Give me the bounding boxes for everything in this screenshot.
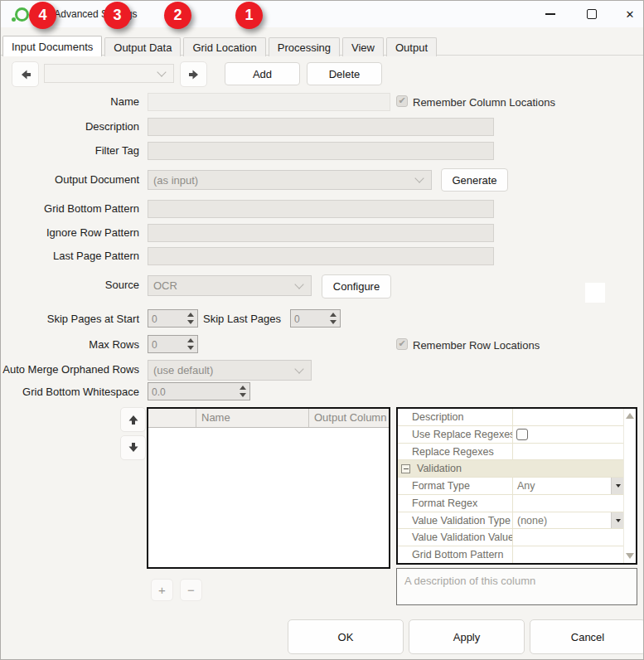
remember-column-locations-checkbox[interactable]: ✔	[396, 95, 408, 107]
description-value-cell[interactable]	[513, 409, 624, 425]
scroll-up-icon[interactable]	[626, 413, 634, 419]
ignore-row-pattern-input[interactable]	[148, 224, 494, 242]
auto-merge-orphaned-rows-combobox[interactable]: (use default)	[148, 360, 312, 381]
arrow-right-icon	[187, 68, 201, 81]
skip-last-pages-spinner[interactable]: 0	[290, 309, 341, 328]
value-validation-type-dropdown-button[interactable]	[611, 512, 624, 529]
grid-bottom-pattern-input[interactable]	[148, 200, 494, 218]
auto-merge-orphaned-rows-label: Auto Merge Orphaned Rows	[1, 363, 139, 376]
titlebar: Grid Advanced Settings ✕	[1, 1, 643, 27]
property-row-value-validation-type[interactable]: Value Validation Type (none)	[398, 512, 624, 530]
arrow-left-icon	[19, 68, 32, 81]
property-category-validation[interactable]: Validation	[398, 460, 624, 478]
property-row-format-type[interactable]: Format Type Any	[398, 478, 624, 495]
skip-last-pages-label: Skip Last Pages	[151, 313, 281, 325]
source-combobox[interactable]: OCR	[148, 275, 312, 296]
property-label: Description	[398, 409, 513, 425]
grid-bottom-whitespace-spinner[interactable]: 0.0	[148, 382, 250, 400]
apply-button[interactable]: Apply	[409, 619, 525, 654]
ok-button[interactable]: OK	[288, 619, 404, 654]
delete-button[interactable]: Delete	[307, 62, 382, 85]
chevron-down-icon	[294, 279, 303, 289]
close-button[interactable]: ✕	[611, 1, 644, 27]
spin-up-icon	[187, 338, 194, 342]
name-column-header[interactable]: Name	[196, 409, 309, 427]
arrow-up-icon	[127, 413, 140, 426]
output-document-combobox[interactable]: (as input)	[148, 170, 432, 190]
annotation-badge-3: 3	[104, 2, 131, 29]
property-row-value-validation-value[interactable]: Value Validation Value	[398, 529, 624, 546]
grid-bottom-pattern-cell[interactable]	[513, 546, 624, 563]
property-label: Value Validation Value	[398, 529, 513, 546]
name-label: Name	[1, 95, 139, 108]
description-input[interactable]	[148, 118, 494, 136]
property-label: Replace Regexes	[398, 444, 513, 460]
add-button[interactable]: Add	[225, 62, 300, 85]
row-selector-header	[148, 409, 196, 427]
dropdown-arrow-icon	[616, 519, 621, 522]
last-page-pattern-input[interactable]	[148, 247, 494, 265]
tab-grid-location[interactable]: Grid Location	[183, 37, 265, 56]
scroll-down-icon[interactable]	[626, 553, 634, 559]
property-grid-scrollbar[interactable]	[623, 409, 636, 563]
chevron-down-icon	[157, 67, 166, 76]
grid-bottom-pattern-label: Grid Bottom Pattern	[1, 202, 139, 215]
spinner-buttons[interactable]	[235, 383, 249, 400]
tab-processing[interactable]: Processing	[269, 37, 340, 56]
tab-view[interactable]: View	[342, 37, 384, 56]
property-label: Value Validation Type	[398, 512, 513, 529]
property-row-replace-regexes[interactable]: Replace Regexes	[398, 444, 624, 461]
next-item-button[interactable]	[180, 61, 207, 87]
skip-last-pages-value: 0	[291, 310, 326, 327]
value-validation-value-cell[interactable]	[513, 529, 624, 546]
output-column-header[interactable]: Output Column	[309, 409, 389, 427]
max-rows-label: Max Rows	[1, 338, 139, 351]
collapse-icon[interactable]	[401, 464, 410, 473]
use-replace-regexes-checkbox[interactable]	[516, 429, 528, 440]
move-column-up-button[interactable]	[120, 407, 146, 432]
annotation-badge-1: 1	[235, 2, 263, 29]
property-row-description[interactable]: Description	[398, 409, 624, 426]
spinner-buttons[interactable]	[326, 310, 340, 327]
format-regex-cell[interactable]	[513, 495, 624, 512]
chevron-down-icon	[294, 364, 303, 373]
column-description-box[interactable]: A description of this column	[396, 568, 637, 605]
tab-output[interactable]: Output	[386, 37, 437, 56]
configure-button[interactable]: Configure	[322, 274, 391, 298]
grid-bottom-whitespace-value: 0.0	[148, 383, 235, 400]
dropdown-arrow-icon	[616, 484, 621, 488]
max-rows-spinner[interactable]: 0	[148, 335, 198, 353]
spinner-buttons[interactable]	[183, 336, 197, 352]
minimize-icon	[545, 13, 555, 14]
filter-tag-label: Filter Tag	[1, 144, 139, 157]
previous-item-button[interactable]	[12, 61, 39, 87]
columns-table[interactable]: Name Output Column	[147, 407, 390, 569]
remember-column-locations-label: Remember Column Locations	[413, 96, 555, 109]
white-square-artifact	[585, 283, 605, 303]
remember-row-locations-label: Remember Row Locations	[413, 339, 540, 352]
filter-tag-input[interactable]	[148, 142, 494, 160]
property-row-use-replace-regexes[interactable]: Use Replace Regexes	[398, 426, 624, 444]
move-column-down-button[interactable]	[120, 435, 146, 460]
property-row-format-regex[interactable]: Format Regex	[398, 495, 624, 512]
property-row-grid-bottom-pattern[interactable]: Grid Bottom Pattern	[398, 546, 624, 563]
value-validation-type-cell[interactable]: (none)	[513, 512, 624, 529]
remove-column-button[interactable]: −	[180, 579, 202, 601]
format-type-cell[interactable]: Any	[513, 478, 624, 494]
minimize-button[interactable]	[531, 1, 569, 27]
skip-pages-at-start-label: Skip Pages at Start	[1, 313, 139, 325]
remember-row-locations-checkbox[interactable]: ✔	[396, 338, 408, 350]
tab-input-documents[interactable]: Input Documents	[2, 36, 102, 56]
replace-regexes-cell[interactable]	[513, 444, 624, 460]
cancel-button[interactable]: Cancel	[530, 619, 644, 654]
description-label: Description	[1, 120, 139, 133]
generate-button[interactable]: Generate	[441, 168, 508, 192]
name-input[interactable]	[148, 93, 390, 111]
item-selector-combobox[interactable]	[44, 64, 174, 83]
maximize-button[interactable]	[573, 1, 611, 27]
arrow-down-icon	[127, 441, 140, 454]
tab-output-data[interactable]: Output Data	[104, 37, 181, 56]
format-type-dropdown-button[interactable]	[611, 478, 624, 494]
add-column-button[interactable]: +	[151, 579, 173, 601]
annotation-badge-4: 4	[29, 2, 56, 29]
